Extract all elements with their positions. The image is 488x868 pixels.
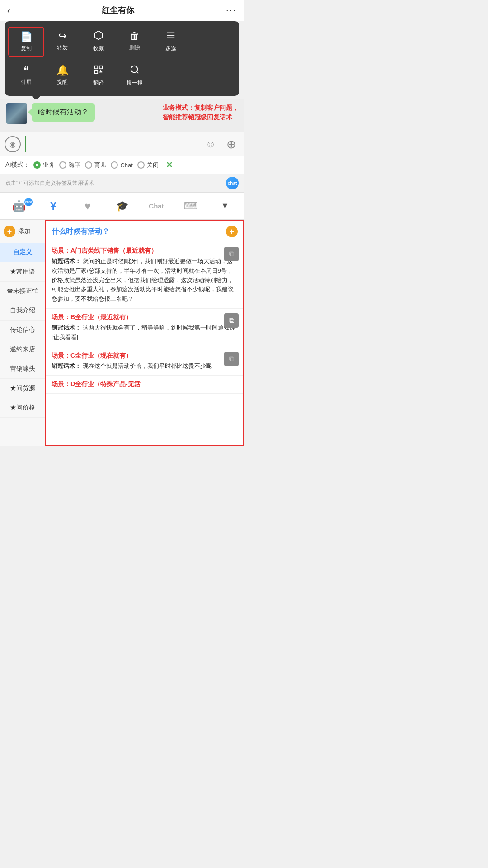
menu-remind-label: 提醒 <box>57 78 68 86</box>
chat-bubble-text: 啥时候有活动？ <box>38 108 89 116</box>
menu-delete[interactable]: 🗑 删除 <box>117 27 153 57</box>
question-add-button[interactable]: + <box>226 226 238 237</box>
heart-icon: ♥ <box>84 200 91 212</box>
scenario-card-d: 场景：D全行业（特殊产品-无活 <box>46 376 243 394</box>
menu-divider <box>12 59 232 59</box>
top-nav: ‹ 红尘有你 ··· <box>0 0 244 21</box>
menu-copy-label: 复制 <box>21 45 32 52</box>
toolbar-hat[interactable]: 🎓 <box>105 198 139 215</box>
voice-icon: ◉ <box>9 140 16 149</box>
quote-icon: ❝ <box>23 65 29 76</box>
sidebar-item-invite-label: 邀约来店 <box>10 345 35 353</box>
ai-mode-chat-radio[interactable] <box>111 161 118 169</box>
menu-translate[interactable]: 翻译 <box>80 61 117 90</box>
more-button[interactable]: ··· <box>226 5 237 16</box>
ai-mode-chat-label: Chat <box>120 162 132 169</box>
sidebar-item-common[interactable]: ★常用语 <box>0 262 45 282</box>
toolbar: 🤖 chat ¥ ♥ 🎓 Chat ⌨ ▼ <box>0 193 244 220</box>
sidebar-item-goods-label: ★问货源 <box>10 384 35 392</box>
scenario-card-b: 场景：B全行业（最近就有） 销冠话术： 这两天很快就会有了，稍等等哈，到时候我第… <box>46 309 243 347</box>
question-header: 什么时候有活动？ + <box>46 221 243 242</box>
menu-forward[interactable]: ↪ 转发 <box>44 27 80 57</box>
ai-mode-haijiao-label: 嗨聊 <box>69 161 80 169</box>
ai-mode-yewu-radio[interactable] <box>33 161 41 169</box>
copy-c-icon: ⧉ <box>229 355 234 363</box>
copy-scenario-c-button[interactable]: ⧉ <box>224 352 239 366</box>
copy-b-icon: ⧉ <box>229 316 234 325</box>
sidebar-item-phone[interactable]: ☎未接正忙 <box>0 282 45 301</box>
chat-bubble: 啥时候有活动？ <box>32 103 95 122</box>
menu-row-2: ❝ 引用 🔔 提醒 翻译 搜一搜 <box>8 61 236 90</box>
ai-mode-yuer-radio[interactable] <box>85 161 92 169</box>
ai-mode-yewu-label: 业务 <box>43 161 55 169</box>
page-title: 红尘有你 <box>102 5 134 16</box>
main-content: + 添加 自定义 ★常用语 ☎未接正忙 自我介绍 传递信心 邀约来店 营销噱 <box>0 220 244 446</box>
menu-multiselect[interactable]: 多选 <box>153 27 189 57</box>
delete-icon: 🗑 <box>130 30 140 42</box>
ai-mode-haijiao[interactable]: 嗨聊 <box>59 161 80 169</box>
translate-icon <box>94 65 103 77</box>
menu-quote[interactable]: ❝ 引用 <box>8 61 44 90</box>
sidebar-item-price-label: ★问价格 <box>10 404 35 411</box>
chevron-down-icon: ▼ <box>221 201 229 211</box>
sidebar-add-label: 添加 <box>18 227 31 236</box>
sidebar-add-button[interactable]: + 添加 <box>0 220 45 243</box>
ai-mode-close-button[interactable]: ✕ <box>166 160 173 170</box>
sidebar-item-trust[interactable]: 传递信心 <box>0 321 45 340</box>
sidebar-item-custom-label: 自定义 <box>13 248 32 255</box>
back-button[interactable]: ‹ <box>7 5 10 16</box>
emoji-icon: ☺ <box>206 138 216 150</box>
ai-mode-haijiao-radio[interactable] <box>59 161 66 169</box>
message-input[interactable] <box>25 136 198 152</box>
menu-row-1: 📄 复制 ↪ 转发 收藏 🗑 删除 多选 <box>8 27 236 57</box>
ai-mode-yewu[interactable]: 业务 <box>33 161 55 169</box>
graduation-hat-icon: 🎓 <box>116 200 128 212</box>
ai-mode-close-radio[interactable] <box>137 161 145 169</box>
sidebar-item-common-label: ★常用语 <box>10 268 35 275</box>
menu-copy[interactable]: 📄 复制 <box>8 27 44 57</box>
ai-mode-label: Ai模式： <box>5 161 30 169</box>
toolbar-chat-text[interactable]: Chat <box>139 199 174 212</box>
menu-multiselect-label: 多选 <box>165 45 176 52</box>
ai-mode-close[interactable]: 关闭 <box>137 161 159 169</box>
menu-collect[interactable]: 收藏 <box>80 27 117 57</box>
copy-scenario-b-button[interactable]: ⧉ <box>224 313 239 328</box>
toolbar-heart[interactable]: ♥ <box>70 197 105 215</box>
toolbar-robot[interactable]: 🤖 chat <box>2 197 36 215</box>
emoji-button[interactable]: ☺ <box>202 136 219 152</box>
sidebar-item-invite[interactable]: 邀约来店 <box>0 340 45 359</box>
sidebar-item-self[interactable]: 自我介绍 <box>0 301 45 321</box>
sidebar-item-price[interactable]: ★问价格 <box>0 398 45 418</box>
copy-icon: 📄 <box>20 31 33 43</box>
copy-scenario-a-button[interactable]: ⧉ <box>224 247 239 261</box>
menu-forward-label: 转发 <box>57 44 68 52</box>
menu-collect-label: 收藏 <box>93 45 104 52</box>
scenario-c-text: 现在这个就是活动价哈，我们平时都比这贵不少呢 <box>83 363 212 369</box>
sidebar-item-marketing[interactable]: 营销噱头 <box>0 359 45 379</box>
forward-icon: ↪ <box>58 30 66 42</box>
question-title: 什么时候有活动？ <box>52 227 222 236</box>
remind-icon: 🔔 <box>56 65 69 76</box>
scenario-a-content: 销冠话术： 您问的正是时候[呲牙]，我们刚好最近要做一场大活动，这次活动是厂家/… <box>52 257 238 304</box>
sidebar-item-goods[interactable]: ★问货源 <box>0 379 45 398</box>
menu-remind[interactable]: 🔔 提醒 <box>44 61 80 90</box>
voice-button[interactable]: ◉ <box>5 136 21 152</box>
plus-icon: ⊕ <box>226 137 236 151</box>
toolbar-rmb[interactable]: ¥ <box>36 196 70 216</box>
ai-mode-yuer[interactable]: 育儿 <box>85 161 106 169</box>
sidebar-item-trust-label: 传递信心 <box>10 326 35 333</box>
add-attachment-button[interactable]: ⊕ <box>223 136 239 152</box>
scenario-c-bold: 销冠话术： <box>52 363 81 369</box>
svg-rect-3 <box>95 66 98 69</box>
ai-mode-close-label: 关闭 <box>147 161 159 169</box>
toolbar-keyboard[interactable]: ⌨ <box>174 198 208 215</box>
rmb-icon: ¥ <box>50 199 56 213</box>
ai-mode-chat[interactable]: Chat <box>111 161 132 169</box>
hint-bar: 点击"+"可添加自定义标签及常用话术 chat <box>0 174 244 193</box>
scenario-c-content: 销冠话术： 现在这个就是活动价哈，我们平时都比这贵不少呢 <box>52 362 238 371</box>
toolbar-down[interactable]: ▼ <box>208 198 242 213</box>
menu-search[interactable]: 搜一搜 <box>117 61 153 90</box>
sidebar-item-custom[interactable]: 自定义 <box>0 243 45 262</box>
multiselect-icon <box>166 30 176 43</box>
scenario-c-label: 场景：C全行业（现在就有） <box>52 352 238 360</box>
